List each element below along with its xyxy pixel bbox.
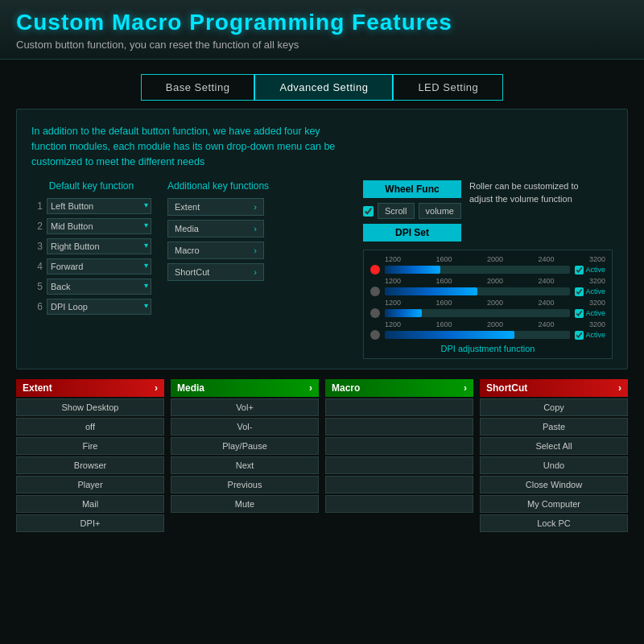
additional-key-extent[interactable]: Extent ›: [167, 198, 264, 216]
media-header-arrow-icon: ›: [309, 382, 312, 394]
dpi-track-1[interactable]: [385, 266, 570, 274]
macro-header-label: Macro: [332, 382, 360, 394]
macro-header-arrow-icon: ›: [464, 382, 467, 394]
macro-item-5[interactable]: [325, 476, 473, 493]
key-select-6[interactable]: DPI Loop: [47, 299, 151, 315]
media-item-next[interactable]: Next: [171, 456, 319, 474]
additional-key-shortcut[interactable]: ShortCut ›: [167, 263, 264, 281]
scroll-checkbox[interactable]: [363, 206, 374, 217]
dpi-active-check-4[interactable]: [575, 331, 584, 340]
shortcut-item-my-computer[interactable]: My Computer: [480, 495, 628, 513]
shortcut-item-copy[interactable]: Copy: [480, 398, 628, 416]
key-select-wrap-6[interactable]: DPI Loop: [47, 299, 151, 315]
key-select-2[interactable]: Mid Button: [47, 218, 151, 234]
media-item-play-pause[interactable]: Play/Pause: [171, 437, 319, 455]
key-select-wrap-3[interactable]: Right Button: [47, 238, 151, 254]
tab-led-setting[interactable]: LED Setting: [393, 74, 503, 101]
additional-key-media[interactable]: Media ›: [167, 220, 264, 237]
page-title: Custom Macro Programming Features: [16, 10, 628, 35]
extent-item-off[interactable]: off: [16, 418, 164, 436]
dpi-dot-1: [370, 265, 380, 275]
dpi-active-2: Active: [575, 287, 605, 296]
tabs-container: Base Setting Advanced Setting LED Settin…: [0, 60, 644, 109]
key-row-5: 5 Back: [31, 279, 151, 295]
left-section: Default key function 1 Left Button 2 Mid…: [31, 180, 347, 319]
macro-item-4[interactable]: [325, 456, 473, 474]
dpi-track-3[interactable]: [385, 309, 570, 317]
additional-key-macro[interactable]: Macro ›: [167, 242, 264, 259]
shortcut-item-undo[interactable]: Undo: [480, 456, 628, 474]
page-subtitle: Custom button function, you can reset th…: [16, 39, 628, 51]
dpi-fill-4: [385, 331, 514, 339]
main-panel: In addition to the default button functi…: [16, 109, 628, 369]
shortcut-header: ShortCut ›: [480, 379, 628, 397]
shortcut-item-paste[interactable]: Paste: [480, 418, 628, 436]
tab-advanced-setting[interactable]: Advanced Setting: [254, 74, 393, 101]
default-key-label: Default key function: [31, 180, 151, 192]
key-select-1[interactable]: Left Button: [47, 198, 151, 214]
extent-item-dpi-plus[interactable]: DPI+: [16, 514, 164, 532]
additional-key-group: Additional key functions Extent › Media …: [167, 180, 269, 319]
extent-item-fire[interactable]: Fire: [16, 437, 164, 455]
dpi-dot-3: [370, 308, 380, 318]
media-item-mute[interactable]: Mute: [171, 495, 319, 513]
macro-item-6[interactable]: [325, 495, 473, 513]
dpi-dot-2: [370, 287, 380, 296]
wheel-dpi-controls: Wheel Func Scroll volume DPI Set: [363, 180, 461, 242]
extent-arrow-icon: ›: [254, 202, 257, 212]
key-row-4: 4 Forward: [31, 258, 151, 275]
wheel-func-button[interactable]: Wheel Func: [363, 180, 461, 198]
dpi-track-2[interactable]: [385, 287, 570, 295]
macro-panel-media: Media › Vol+ Vol- Play/Pause Next Previo…: [171, 379, 319, 534]
media-arrow-icon: ›: [254, 224, 257, 233]
dpi-active-check-2[interactable]: [575, 287, 584, 296]
shortcut-item-select-all[interactable]: Select All: [480, 437, 628, 455]
key-select-3[interactable]: Right Button: [47, 238, 151, 254]
extent-item-player[interactable]: Player: [16, 476, 164, 493]
dpi-labels-1: 1200 1600 2000 2400 3200: [370, 255, 605, 263]
extent-header-label: Extent: [23, 382, 52, 394]
right-section: Wheel Func Scroll volume DPI Set Roller …: [363, 180, 613, 359]
shortcut-header-label: ShortCut: [486, 382, 527, 394]
media-item-vol-minus[interactable]: Vol-: [171, 418, 319, 436]
media-header-label: Media: [177, 382, 204, 394]
dpi-fill-3: [385, 309, 422, 317]
key-select-5[interactable]: Back: [47, 279, 151, 295]
key-num-6: 6: [31, 301, 43, 312]
media-item-vol-plus[interactable]: Vol+: [171, 398, 319, 416]
macro-panel-shortcut: ShortCut › Copy Paste Select All Undo Cl…: [480, 379, 628, 534]
macro-arrow-icon: ›: [254, 246, 257, 255]
extent-item-mail[interactable]: Mail: [16, 495, 164, 513]
extent-item-show-desktop[interactable]: Show Desktop: [16, 398, 164, 416]
key-select-4[interactable]: Forward: [47, 258, 151, 275]
key-select-wrap-5[interactable]: Back: [47, 279, 151, 295]
key-select-wrap-4[interactable]: Forward: [47, 258, 151, 275]
dpi-track-4[interactable]: [385, 331, 570, 339]
key-select-wrap-2[interactable]: Mid Button: [47, 218, 151, 234]
dpi-row-1: Active: [370, 265, 605, 275]
additional-key-label: Additional key functions: [167, 180, 269, 192]
key-row-6: 6 DPI Loop: [31, 299, 151, 315]
dpi-active-check-3[interactable]: [575, 309, 584, 318]
extent-item-browser[interactable]: Browser: [16, 456, 164, 474]
shortcut-arrow-icon: ›: [254, 267, 257, 277]
key-row-1: 1 Left Button: [31, 198, 151, 214]
dpi-caption: DPI adjustment function: [370, 344, 605, 353]
macro-item-3[interactable]: [325, 437, 473, 455]
dpi-fill-2: [385, 287, 477, 295]
macro-item-1[interactable]: [325, 398, 473, 416]
dpi-active-check-1[interactable]: [575, 266, 584, 275]
shortcut-item-close-window[interactable]: Close Window: [480, 476, 628, 493]
key-select-wrap-1[interactable]: Left Button: [47, 198, 151, 214]
dpi-active-3: Active: [575, 309, 605, 318]
panel-description: In addition to the default button functi…: [31, 124, 345, 169]
shortcut-item-lock-pc[interactable]: Lock PC: [480, 514, 628, 532]
dpi-sliders-container: 1200 1600 2000 2400 3200 Active: [363, 250, 613, 359]
media-header: Media ›: [171, 379, 319, 397]
macro-item-2[interactable]: [325, 418, 473, 436]
dpi-fill-1: [385, 266, 440, 274]
dpi-set-button[interactable]: DPI Set: [363, 224, 461, 242]
media-item-previous[interactable]: Previous: [171, 476, 319, 493]
dpi-row-3: Active: [370, 308, 605, 318]
tab-base-setting[interactable]: Base Setting: [141, 74, 255, 101]
